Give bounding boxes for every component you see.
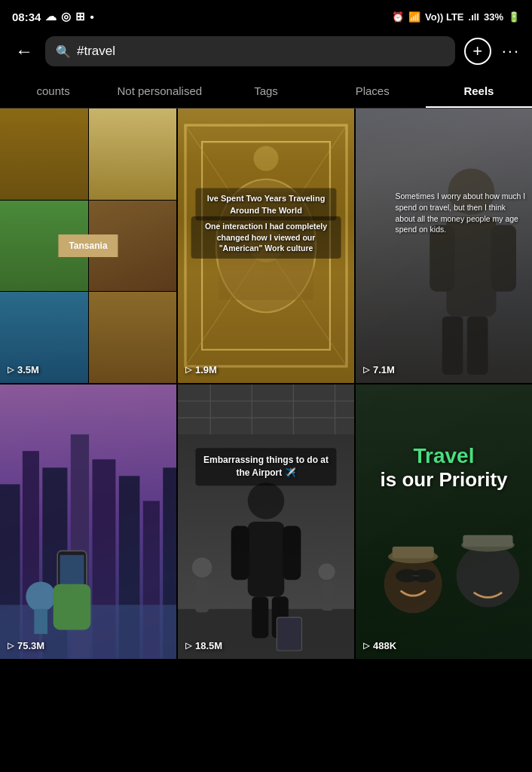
whatsapp-icon: ◎ — [61, 10, 71, 23]
tab-reels[interactable]: Reels — [426, 75, 532, 108]
reel-count-4: ▷ 75.3M — [8, 640, 44, 651]
reel-count-2: ▷ 1.9M — [185, 364, 217, 375]
svg-rect-33 — [178, 384, 354, 434]
status-bar: 08:34 ☁ ◎ ⊞ • ⏰ 📶 Vo)) LTE .ıll 33% 🔋 — [0, 0, 532, 30]
travel-priority-text: Travel is our Priority — [369, 443, 519, 490]
search-icon: 🔍 — [56, 44, 71, 59]
reel-item-5[interactable]: Embarrassing things to do at the Airport… — [178, 384, 354, 659]
reel-count-6: ▷ 488K — [363, 640, 396, 651]
play-icon-4: ▷ — [8, 641, 14, 651]
add-button[interactable]: + — [464, 38, 491, 65]
svg-rect-45 — [252, 596, 268, 638]
tab-places[interactable]: Places — [320, 75, 426, 108]
svg-rect-28 — [34, 609, 47, 634]
reel-caption-2b: One interaction I had completely changed… — [191, 216, 341, 259]
play-icon-2: ▷ — [185, 365, 191, 375]
svg-rect-56 — [393, 547, 434, 558]
reel-item-4[interactable]: ▷ 75.3M — [0, 384, 176, 659]
cloud-icon: ☁ — [45, 10, 57, 23]
reel-count-3: ▷ 7.1M — [363, 364, 395, 375]
time: 08:34 — [12, 11, 41, 23]
play-icon-1: ▷ — [8, 365, 14, 375]
signal-icon: .ıll — [469, 11, 479, 23]
svg-point-6 — [253, 146, 278, 171]
svg-rect-47 — [277, 617, 301, 651]
tansania-label: Tansania — [58, 234, 118, 257]
svg-point-50 — [318, 563, 335, 580]
status-right: ⏰ 📶 Vo)) LTE .ıll 33% 🔋 — [392, 11, 520, 23]
play-icon-6: ▷ — [363, 641, 369, 651]
svg-rect-51 — [322, 581, 333, 611]
lte-label: Vo)) LTE — [425, 11, 464, 23]
search-query: #travel — [77, 44, 115, 59]
svg-rect-44 — [283, 526, 301, 581]
reel-caption-3: Sometimes I worry about how much I spend… — [396, 191, 528, 235]
wifi-icon: 📶 — [408, 11, 420, 23]
search-input-wrapper[interactable]: 🔍 #travel — [45, 36, 455, 66]
back-button[interactable]: ← — [12, 38, 36, 65]
svg-point-27 — [26, 581, 56, 611]
svg-rect-16 — [467, 317, 488, 375]
reel-item-1[interactable]: Tansania ▷ 3.5M — [0, 109, 176, 383]
tab-tags[interactable]: Tags — [212, 75, 319, 108]
alarm-icon: ⏰ — [392, 11, 404, 23]
search-bar: ← 🔍 #travel + ··· — [0, 30, 532, 75]
action-buttons: + ··· — [464, 38, 520, 65]
svg-rect-42 — [248, 522, 285, 596]
more-button[interactable]: ··· — [502, 41, 520, 61]
battery-level: 33% — [484, 11, 503, 23]
svg-rect-15 — [442, 317, 463, 375]
reel-item-2[interactable]: Ive Spent Two Years Traveling Around The… — [178, 109, 354, 383]
svg-point-53 — [384, 555, 442, 613]
svg-point-41 — [248, 482, 285, 519]
svg-rect-49 — [195, 579, 209, 612]
reel-caption-5: Embarrassing things to do at the Airport… — [195, 448, 336, 486]
reel-item-6[interactable]: Travel is our Priority ▷ 488K — [356, 384, 532, 659]
tabs-bar: counts Not personalised Tags Places Reel… — [0, 75, 532, 109]
tab-not-personalised[interactable]: Not personalised — [106, 75, 212, 108]
reels-grid: Tansania ▷ 3.5M Ive Spent Two Years Trav… — [0, 109, 532, 659]
reel-item-3[interactable]: Sometimes I worry about how much I spend… — [356, 109, 532, 383]
reel-count-5: ▷ 18.5M — [185, 640, 222, 651]
play-icon-3: ▷ — [363, 365, 369, 375]
svg-rect-52 — [356, 384, 532, 659]
status-left: 08:34 ☁ ◎ ⊞ • — [12, 10, 94, 23]
reel-count-1: ▷ 3.5M — [8, 364, 39, 375]
battery-icon: 🔋 — [508, 11, 520, 23]
svg-rect-31 — [54, 584, 91, 630]
tab-counts[interactable]: counts — [0, 75, 106, 108]
svg-point-48 — [192, 557, 212, 577]
svg-rect-58 — [463, 535, 512, 547]
svg-rect-43 — [231, 526, 249, 581]
play-icon-5: ▷ — [185, 641, 191, 651]
image-icon: ⊞ — [75, 10, 85, 23]
dot-icon: • — [90, 11, 93, 23]
